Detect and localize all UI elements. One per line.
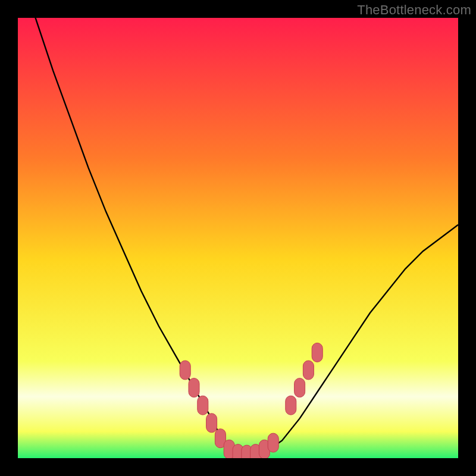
curve-marker <box>312 343 322 362</box>
curve-marker <box>286 396 296 415</box>
curve-marker <box>180 361 190 380</box>
curve-marker <box>198 396 208 415</box>
curve-marker <box>189 378 199 397</box>
gradient-background <box>18 18 458 458</box>
curve-marker <box>268 433 278 452</box>
watermark-text: TheBottleneck.com <box>357 2 471 18</box>
curve-marker <box>303 361 314 380</box>
chart-frame <box>18 18 458 458</box>
bottleneck-chart <box>18 18 458 458</box>
curve-marker <box>295 378 305 397</box>
curve-marker <box>206 414 217 433</box>
